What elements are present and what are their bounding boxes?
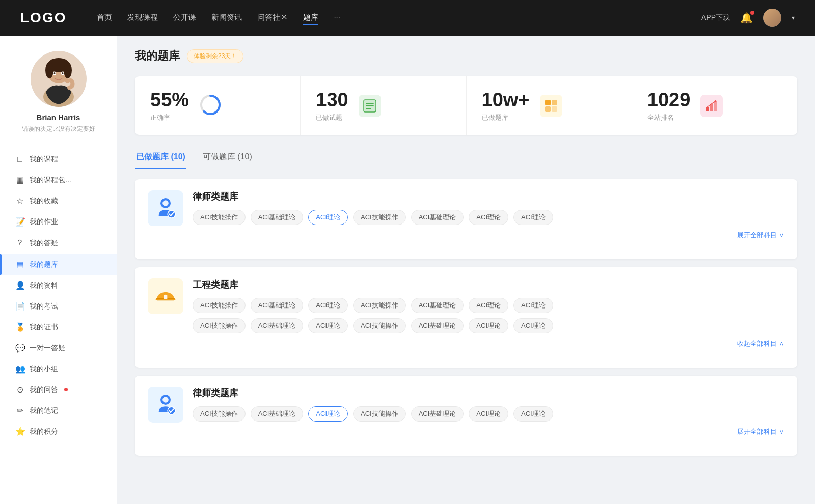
sidebar-item-points[interactable]: ⭐ 我的积分: [0, 421, 117, 442]
tag[interactable]: ACI技能操作: [353, 406, 406, 422]
tag[interactable]: ACI理论: [469, 298, 508, 313]
bank-icon: ▤: [15, 260, 24, 269]
tag-active[interactable]: ACI理论: [308, 210, 348, 225]
tag[interactable]: ACI技能操作: [353, 318, 406, 333]
bank-card-lawyer-2: 律师类题库 ACI技能操作 ACI基础理论 ACI理论 ACI技能操作 ACI基…: [135, 376, 797, 456]
svg-point-4: [45, 62, 53, 78]
bank-tags: ACI技能操作 ACI基础理论 ACI理论 ACI技能操作 ACI基础理论 AC…: [193, 406, 784, 422]
bank-card-lawyer-1: 律师类题库 ACI技能操作 ACI基础理论 ACI理论 ACI技能操作 ACI基…: [135, 179, 797, 259]
tag[interactable]: ACI理论: [513, 318, 553, 333]
svg-point-8: [53, 72, 55, 74]
sidebar-item-profile[interactable]: 👤 我的资料: [0, 275, 117, 296]
sidebar-item-groups[interactable]: 👥 我的小组: [0, 358, 117, 379]
bank-expand: 展开全部科目 ∨: [193, 230, 784, 240]
nav-news[interactable]: 新闻资讯: [211, 11, 242, 25]
nav-links: 首页 发现课程 公开课 新闻资讯 问答社区 题库 ···: [97, 11, 701, 25]
sidebar-item-one-on-one[interactable]: 💬 一对一答疑: [0, 338, 117, 358]
tag[interactable]: ACI理论: [469, 406, 508, 422]
nav-qa[interactable]: 问答社区: [257, 11, 288, 25]
list-icon: [363, 99, 377, 113]
menu-label: 我的证书: [30, 323, 58, 332]
menu-label: 我的积分: [30, 427, 58, 436]
group-icon: 👥: [15, 364, 24, 374]
profile-avatar-img: [31, 51, 87, 107]
svg-point-30: [162, 397, 169, 403]
stat-icon-accuracy: [199, 94, 222, 118]
expand-button[interactable]: 展开全部科目 ∨: [737, 231, 784, 239]
sidebar-item-question-bank[interactable]: ▤ 我的题库: [0, 254, 117, 275]
tag[interactable]: ACI理论: [469, 318, 508, 333]
tag[interactable]: ACI基础理论: [411, 298, 464, 313]
sidebar-item-exams[interactable]: 📄 我的考试: [0, 296, 117, 317]
tag[interactable]: ACI技能操作: [193, 406, 246, 422]
stat-number: 1029: [647, 89, 691, 111]
user-motto: 错误的决定比没有决定要好: [10, 125, 106, 133]
tag[interactable]: ACI理论: [513, 406, 553, 422]
tag-active[interactable]: ACI理论: [308, 406, 348, 422]
bank-icon: [148, 278, 183, 314]
tag[interactable]: ACI基础理论: [411, 210, 464, 225]
svg-point-5: [64, 62, 72, 78]
bank-icon: [148, 190, 183, 226]
tag[interactable]: ACI理论: [513, 210, 553, 225]
sidebar-item-answers[interactable]: ？ 我的答疑: [0, 232, 117, 254]
tab-available-banks[interactable]: 可做题库 (10): [202, 148, 253, 169]
tag[interactable]: ACI技能操作: [193, 318, 246, 333]
homework-icon: 📝: [15, 217, 24, 227]
tag[interactable]: ACI基础理论: [251, 210, 304, 225]
tag[interactable]: ACI技能操作: [193, 210, 246, 225]
tag[interactable]: ACI基础理论: [411, 318, 464, 333]
app-download-btn[interactable]: APP下载: [701, 13, 730, 22]
nav-question-bank[interactable]: 题库: [303, 11, 318, 25]
tag[interactable]: ACI理论: [308, 298, 348, 313]
bank-tags-row1: ACI技能操作 ACI基础理论 ACI理论 ACI技能操作 ACI基础理论 AC…: [193, 298, 784, 313]
tag[interactable]: ACI基础理论: [251, 406, 304, 422]
nav-discover[interactable]: 发现课程: [127, 11, 158, 25]
nav-home[interactable]: 首页: [97, 11, 112, 25]
tag[interactable]: ACI理论: [469, 210, 508, 225]
tag[interactable]: ACI基础理论: [251, 298, 304, 313]
stat-accuracy: 55% 正确率: [135, 76, 301, 135]
stat-info: 55% 正确率: [150, 89, 189, 122]
bank-header: 律师类题库 ACI技能操作 ACI基础理论 ACI理论 ACI技能操作 ACI基…: [148, 387, 784, 436]
sidebar-item-notes[interactable]: ✏ 我的笔记: [0, 400, 117, 421]
avatar[interactable]: [763, 9, 781, 27]
chevron-down-icon[interactable]: ▾: [792, 14, 795, 21]
nav-right: APP下载 🔔 ▾: [701, 9, 795, 27]
tag[interactable]: ACI理论: [513, 298, 553, 313]
logo[interactable]: LOGO: [20, 10, 66, 26]
chat-icon: 💬: [15, 343, 24, 353]
bank-collapse: 收起全部科目 ∧: [193, 339, 784, 348]
engineer-icon: [153, 284, 178, 309]
sidebar-item-certificates[interactable]: 🏅 我的证书: [0, 317, 117, 338]
nav-open-course[interactable]: 公开课: [173, 11, 196, 25]
sidebar-item-homework[interactable]: 📝 我的作业: [0, 211, 117, 232]
qa-icon: ⊙: [15, 385, 24, 395]
stat-label: 正确率: [150, 113, 189, 122]
expand-button[interactable]: 展开全部科目 ∨: [737, 428, 784, 435]
tag[interactable]: ACI技能操作: [353, 298, 406, 313]
sidebar-item-my-courses[interactable]: □ 我的课程: [0, 149, 117, 170]
svg-rect-23: [714, 101, 717, 111]
svg-rect-17: [545, 100, 551, 105]
sidebar-item-my-qa[interactable]: ⊙ 我的问答: [0, 379, 117, 400]
page-header: 我的题库 体验剩余23天！: [135, 48, 797, 64]
bank-content: 律师类题库 ACI技能操作 ACI基础理论 ACI理论 ACI技能操作 ACI基…: [193, 190, 784, 240]
tag[interactable]: ACI技能操作: [193, 298, 246, 313]
tag[interactable]: ACI基础理论: [411, 406, 464, 422]
page-title: 我的题库: [135, 48, 180, 64]
sidebar-item-course-packages[interactable]: ▦ 我的课程包...: [0, 170, 117, 190]
sidebar-item-favorites[interactable]: ☆ 我的收藏: [0, 190, 117, 211]
tag[interactable]: ACI基础理论: [251, 318, 304, 333]
stat-number: 55%: [150, 89, 189, 111]
svg-rect-18: [552, 100, 557, 105]
stat-info: 1029 全站排名: [647, 89, 691, 122]
sidebar: Brian Harris 错误的决定比没有决定要好 □ 我的课程 ▦ 我的课程包…: [0, 36, 117, 504]
tag[interactable]: ACI技能操作: [353, 210, 406, 225]
notification-bell[interactable]: 🔔: [740, 12, 753, 24]
tag[interactable]: ACI理论: [308, 318, 348, 333]
nav-more[interactable]: ···: [334, 11, 340, 25]
bank-tags-row2: ACI技能操作 ACI基础理论 ACI理论 ACI技能操作 ACI基础理论 AC…: [193, 318, 784, 333]
collapse-button[interactable]: 收起全部科目 ∧: [737, 340, 784, 347]
tab-done-banks[interactable]: 已做题库 (10): [135, 148, 186, 169]
